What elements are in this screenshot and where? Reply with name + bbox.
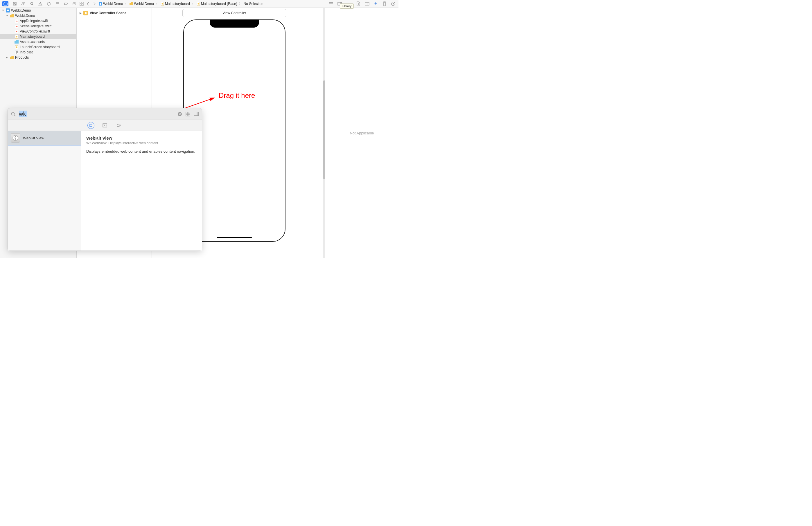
svg-rect-8 (56, 2, 59, 3)
media-tab[interactable] (101, 122, 108, 129)
breakpoint-navigator-tab[interactable] (63, 1, 68, 6)
related-items-icon[interactable] (79, 1, 84, 6)
svg-rect-14 (82, 4, 83, 5)
disclosure-triangle-icon[interactable]: ▶ (79, 12, 82, 15)
outline-label: View Controller Scene (90, 11, 127, 15)
library-result-item[interactable]: WebKit View (8, 131, 81, 145)
storyboard-icon (160, 2, 164, 6)
svg-point-56 (119, 125, 120, 126)
nav-file-row[interactable]: Info.plist (0, 50, 76, 55)
issue-navigator-tab[interactable] (38, 1, 42, 6)
home-indicator (217, 237, 252, 238)
library-tooltip: Library (340, 3, 354, 9)
svg-point-5 (30, 2, 33, 5)
detail-subtitle: WKWebView: Displays interactive web cont… (86, 141, 197, 145)
source-control-tab[interactable] (13, 1, 17, 6)
nav-folder-row[interactable]: ▼ WebkitDemo (0, 13, 76, 18)
arrow-right-icon[interactable] (391, 1, 395, 6)
crumb-label: WebkitDemo (103, 2, 123, 6)
svg-rect-7 (56, 3, 59, 4)
inspector-placeholder: Not Applicable (350, 131, 374, 135)
webkit-view-icon (11, 133, 20, 143)
svg-rect-25 (383, 2, 386, 3)
library-plus-icon[interactable] (374, 1, 378, 6)
nav-file-row[interactable]: SceneDelegate.swift (0, 24, 76, 29)
swift-file-icon (15, 19, 18, 23)
svg-rect-31 (15, 30, 18, 33)
nav-file-row[interactable]: Main.storyboard (0, 34, 76, 39)
detail-view-icon[interactable] (194, 112, 199, 116)
disclosure-triangle-icon[interactable]: ▼ (6, 14, 9, 17)
nav-item-label: WebkitDemo (11, 9, 31, 13)
nav-file-row[interactable]: AppDelegate.swift (0, 18, 76, 24)
nav-folder-row[interactable]: ▶ Products (0, 55, 76, 60)
test-navigator-tab[interactable] (47, 1, 51, 6)
svg-rect-28 (7, 10, 9, 11)
swift-file-icon (15, 24, 18, 28)
nav-project-row[interactable]: ▼ WebkitDemo (0, 8, 76, 13)
assets-folder-icon (15, 40, 18, 44)
color-tab[interactable] (115, 122, 122, 129)
svg-point-33 (16, 36, 17, 38)
breadcrumb[interactable]: WebkitDemo 〉 WebkitDemo 〉 Main.storyboar… (99, 1, 263, 6)
nav-file-row[interactable]: Assets.xcassets (0, 39, 76, 44)
svg-point-53 (104, 124, 104, 125)
folder-icon (10, 14, 14, 18)
canvas-scrollbar[interactable] (323, 8, 325, 258)
svg-rect-2 (22, 2, 25, 3)
nav-forward-icon[interactable] (92, 1, 97, 6)
scene-title-bar[interactable]: View Controller (183, 9, 286, 17)
svg-rect-46 (188, 112, 190, 114)
nav-item-label: SceneDelegate.swift (20, 24, 52, 28)
grid-view-icon[interactable] (186, 112, 190, 116)
library-popover: WebKit View WebKit View WKWebView: Displ… (8, 108, 202, 251)
chevron-right-icon: 〉 (239, 1, 242, 6)
library-body: WebKit View WebKit View WKWebView: Displ… (8, 131, 202, 250)
nav-file-row[interactable]: LaunchScreen.storyboard (0, 44, 76, 50)
disclosure-triangle-icon[interactable]: ▼ (2, 9, 5, 12)
library-results: WebKit View (8, 131, 81, 250)
swift-file-icon (15, 29, 18, 33)
editor-right-tools (329, 1, 398, 6)
outline-scene-row[interactable]: ▶ View Controller Scene (78, 10, 150, 17)
svg-rect-9 (56, 5, 59, 5)
project-icon (6, 9, 10, 13)
clear-search-icon[interactable] (177, 112, 182, 116)
debug-navigator-tab[interactable] (55, 1, 59, 6)
svg-rect-37 (16, 52, 18, 52)
nav-item-label: Main.storyboard (20, 34, 45, 39)
chevron-right-icon: 〉 (124, 1, 128, 6)
symbol-navigator-tab[interactable] (21, 1, 25, 6)
scroll-thumb[interactable] (323, 81, 325, 179)
nav-file-row[interactable]: ViewController.swift (0, 29, 76, 34)
nav-back-icon[interactable] (86, 1, 90, 6)
library-search-input[interactable] (19, 111, 175, 117)
crumb-label: No Selection (244, 2, 263, 6)
storyboard-file-icon (15, 45, 18, 49)
svg-rect-13 (80, 4, 81, 5)
objects-tab[interactable] (87, 122, 95, 129)
editor-options-icon[interactable] (329, 1, 333, 6)
crumb-label: WebkitDemo (134, 2, 154, 6)
find-navigator-tab[interactable] (30, 1, 34, 6)
project-navigator-tab[interactable] (2, 1, 9, 6)
detail-title: WebKit View (86, 135, 197, 141)
project-icon (99, 2, 102, 6)
report-navigator-tab[interactable] (72, 1, 77, 6)
svg-rect-50 (197, 112, 199, 116)
add-file-icon[interactable] (356, 1, 361, 6)
folder-icon (10, 56, 14, 59)
svg-rect-47 (186, 114, 188, 116)
svg-rect-12 (82, 2, 83, 3)
disclosure-triangle-icon[interactable]: ▶ (6, 56, 9, 59)
library-search-bar (8, 108, 202, 120)
device-notch (210, 19, 259, 28)
code-review-icon[interactable] (365, 1, 369, 6)
inspector-toggle-icon[interactable] (382, 1, 387, 6)
nav-item-label: ViewController.swift (20, 29, 50, 33)
chevron-right-icon: 〉 (191, 1, 195, 6)
library-category-tabs (8, 120, 202, 131)
svg-rect-48 (188, 114, 190, 116)
storyboard-file-icon (15, 34, 18, 39)
svg-point-20 (198, 3, 199, 5)
